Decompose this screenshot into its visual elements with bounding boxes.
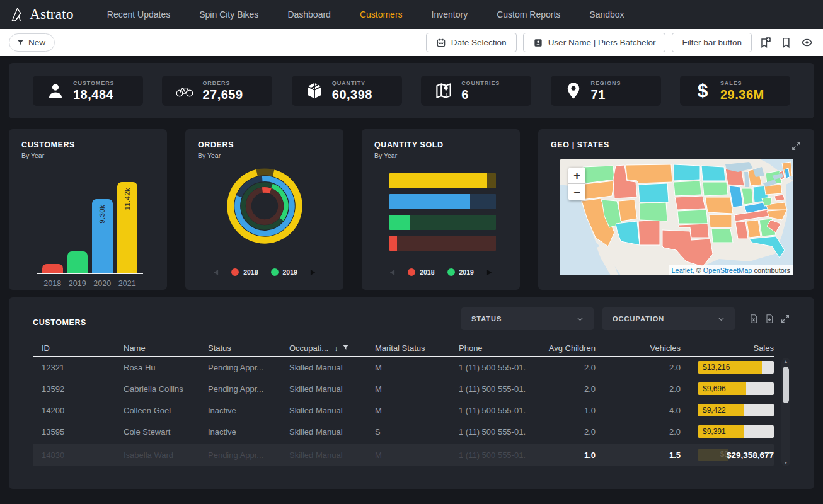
hbar-2021[interactable] [389,173,496,188]
status-dropdown-label: STATUS [471,315,502,323]
kpi-card-quantity: QUANTITY60,398 [292,76,402,106]
excel-export-button[interactable] [749,314,759,324]
nav-item-dashboard[interactable]: Dashboard [273,0,345,29]
us-state-29 [735,221,748,239]
nav-item-recent-updates[interactable]: Recent Updates [93,0,185,29]
legend-prev-arrow[interactable] [389,269,395,276]
us-states-map[interactable]: + − Leaflet, © OpenStreetMap contributor… [560,159,793,275]
nav-item-inventory[interactable]: Inventory [417,0,483,29]
table-header-bar: CUSTOMERS STATUS OCCUPATION [33,307,790,330]
ghost-sales-bar: $8 [698,449,728,461]
hbar-2019[interactable] [389,215,496,230]
hbar-2018[interactable] [389,236,496,251]
user-badge-icon [533,38,543,48]
occupation-dropdown[interactable]: OCCUPATION [602,307,735,330]
cell-marital: M [366,384,450,394]
chart-legend: 20182019 [185,268,343,276]
legend-label: 2018 [420,268,434,276]
table-row[interactable]: 12321Rosa HuPending Appr...Skilled Manua… [33,357,774,378]
table-row[interactable]: 14200Colleen GoelInactiveSkilled ManualM… [33,399,774,421]
export-file-icon [764,314,774,324]
hbar-2020[interactable] [389,194,496,209]
leaflet-link[interactable]: Leaflet [672,266,693,274]
bookmark-button[interactable] [779,35,793,50]
column-header-status[interactable]: Status [199,343,280,353]
table-scrollbar[interactable]: ▲ ▼ [781,358,790,466]
nav-item-spin-city-bikes[interactable]: Spin City Bikes [185,0,273,29]
column-funnel-icon[interactable] [342,344,349,353]
sort-desc-icon[interactable]: ↓ [334,344,338,353]
table-header-row: IDNameStatusOccupati...↓Marital StatusPh… [33,340,774,357]
cell-marital: M [366,406,450,415]
us-state-12 [674,181,701,196]
column-header-vehicles[interactable]: Vehicles [596,343,681,353]
table-expand-button[interactable] [780,314,790,324]
bookmark-add-button[interactable] [758,35,773,50]
scroll-up-arrow[interactable]: ▲ [781,359,790,364]
quantity-kpi-package-icon [302,81,327,100]
cell-phone: 1 (11) 500 555-01... [450,384,526,394]
legend-item-2019[interactable]: 2019 [271,268,297,276]
bar-2018[interactable] [42,264,63,273]
table-row[interactable]: 13592Gabriella CollinsPending Appr...Ski… [33,378,774,399]
column-header-sales[interactable]: Sales [681,343,774,353]
kpi-card-customers: CUSTOMERS18,484 [33,76,143,106]
bar-value-label: 11.42k [124,188,131,210]
legend-next-arrow[interactable] [486,269,492,276]
kpi-value: 6 [461,88,500,102]
sales-cell: $9,696 [681,382,774,395]
nav-item-sandbox[interactable]: Sandbox [575,0,638,29]
cell-phone: 1 (11) 500 555-01... [450,363,526,372]
calendar-icon [436,38,446,48]
legend-item-2018[interactable]: 2018 [231,268,258,276]
column-header-occupation[interactable]: Occupati...↓ [280,343,366,353]
us-state-17 [701,166,725,181]
cell-marital: M [366,363,450,372]
chevron-down-icon [717,314,726,324]
kpi-value: 71 [591,88,621,102]
cell-status: Inactive [199,406,280,415]
chart-title: CUSTOMERS [21,140,154,149]
column-header-marital[interactable]: Marital Status [366,343,450,353]
expand-button[interactable] [791,140,802,153]
map-zoom-out-button[interactable]: − [568,184,585,200]
bar-2021[interactable]: 11.42k [117,182,138,273]
openstreetmap-link[interactable]: OpenStreetMap [703,266,752,274]
us-state-19 [705,197,733,214]
brand[interactable]: Astrato [10,6,74,23]
user-name-button[interactable]: User Name | Piers Batchelor [523,33,666,52]
scroll-down-arrow[interactable]: ▼ [781,461,790,465]
customers-table-card: CUSTOMERS STATUS OCCUPATION [9,297,814,489]
legend-dot-2019 [271,268,279,276]
cell-id: 14200 [33,406,115,415]
table-row[interactable]: 13595Cole StewartInactiveSkilled ManualS… [33,421,774,442]
us-state-13 [675,196,705,210]
us-state-5 [618,200,637,221]
filter-bar-button[interactable]: Filter bar button [672,33,752,52]
sales-amount: $9,391 [703,427,726,436]
column-header-id[interactable]: ID [33,343,115,353]
date-selection-button[interactable]: Date Selection [426,33,517,52]
column-header-name[interactable]: Name [115,343,199,353]
bar-2020[interactable]: 9.30k [92,199,113,273]
status-dropdown[interactable]: STATUS [461,307,594,330]
legend-next-arrow[interactable] [310,269,316,276]
column-header-phone[interactable]: Phone [450,343,526,353]
cell-id: 12321 [33,363,115,372]
ghost-cell-occupation: Skilled Manual [280,450,366,460]
legend-item-2018[interactable]: 2018 [408,268,434,276]
nav-item-customers[interactable]: Customers [345,0,417,29]
bar-2019[interactable] [67,251,88,273]
legend-prev-arrow[interactable] [213,269,219,276]
cell-name: Colleen Goel [115,406,199,415]
column-header-avg-children[interactable]: Avg Children [526,343,596,353]
total-sales-amount: $29,358,677 [727,450,774,460]
new-filter-button[interactable]: New [9,33,55,52]
export-file-button[interactable] [764,314,774,324]
legend-item-2019[interactable]: 2019 [447,268,474,276]
expand-icon [791,140,802,151]
visibility-button[interactable] [800,35,814,50]
map-zoom-in-button[interactable]: + [568,168,585,184]
nav-item-custom-reports[interactable]: Custom Reports [482,0,575,29]
scrollbar-thumb[interactable] [783,367,789,403]
